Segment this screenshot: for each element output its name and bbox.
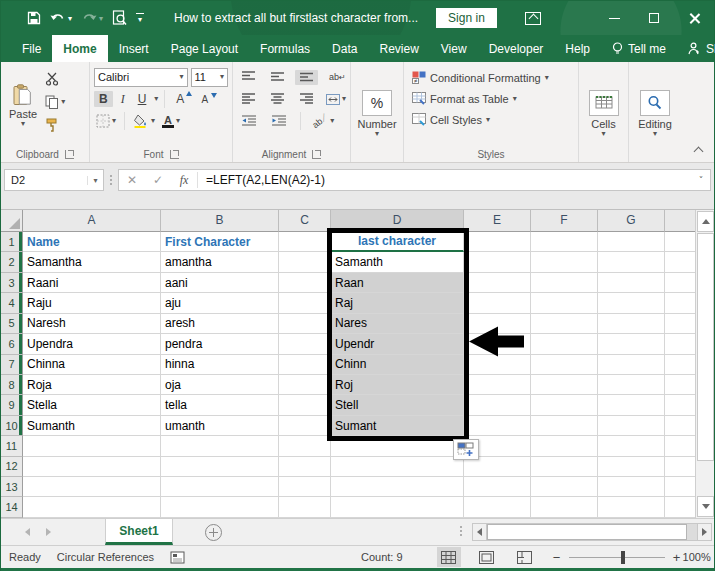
row-header-14[interactable]: 14 [1, 497, 23, 517]
zoom-percentage[interactable]: 100% [683, 551, 715, 563]
cell-partial-7[interactable] [665, 355, 697, 375]
cell-B4[interactable]: aju [161, 293, 279, 313]
tab-help[interactable]: Help [554, 35, 601, 62]
underline-button[interactable]: U [133, 91, 152, 107]
wrap-text-button[interactable]: ab↵ [324, 71, 351, 83]
cell-F4[interactable] [531, 293, 598, 313]
row-header-4[interactable]: 4 [1, 293, 23, 313]
cell-F1[interactable] [531, 232, 598, 252]
cell-A1[interactable]: Name [23, 232, 161, 252]
minimize-button[interactable] [594, 1, 634, 35]
cell-A5[interactable]: Naresh [23, 314, 161, 334]
cell-partial-5[interactable] [665, 314, 697, 334]
tab-page-layout[interactable]: Page Layout [160, 35, 249, 62]
cell-C4[interactable] [279, 293, 331, 313]
scroll-down-button[interactable] [697, 496, 714, 517]
cell-F14[interactable] [531, 497, 598, 517]
column-header-e[interactable]: E [464, 210, 531, 232]
italic-button[interactable]: I [116, 91, 130, 108]
paste-dropdown-caret[interactable]: ▾ [21, 120, 25, 128]
cell-D8[interactable]: Roj [331, 375, 464, 395]
name-box[interactable]: D2 ▾ [4, 169, 104, 191]
format-as-table-caret[interactable]: ▾ [513, 95, 517, 103]
tab-review[interactable]: Review [368, 35, 429, 62]
cell-E14[interactable] [464, 497, 531, 517]
zoom-out-button[interactable]: − [551, 550, 563, 565]
cell-D4[interactable]: Raj [331, 293, 464, 313]
cell-D9[interactable]: Stell [331, 395, 464, 415]
expand-formula-bar-caret[interactable]: ˅ [692, 175, 710, 185]
save-icon[interactable] [27, 11, 41, 25]
cell-B11[interactable] [161, 436, 279, 456]
cell-C12[interactable] [279, 457, 331, 477]
tab-insert[interactable]: Insert [108, 35, 160, 62]
increase-indent-button[interactable] [267, 114, 291, 129]
tab-developer[interactable]: Developer [478, 35, 555, 62]
row-header-6[interactable]: 6 [1, 334, 23, 354]
cell-C8[interactable] [279, 375, 331, 395]
cell-B1[interactable]: First Character [161, 232, 279, 252]
increase-font-button[interactable]: A [171, 91, 189, 107]
cell-G3[interactable] [598, 273, 665, 293]
zoom-slider-track[interactable] [569, 557, 665, 558]
cell-D14[interactable] [331, 497, 464, 517]
editing-dropdown-caret[interactable]: ▾ [653, 130, 657, 138]
cell-A3[interactable]: Raani [23, 273, 161, 293]
cell-C13[interactable] [279, 477, 331, 497]
scroll-up-button[interactable] [697, 211, 714, 232]
cell-D7[interactable]: Chinn [331, 355, 464, 375]
cut-button[interactable] [43, 69, 67, 89]
cell-partial-4[interactable] [665, 293, 697, 313]
close-button[interactable] [674, 1, 714, 35]
font-color-button[interactable]: A ▾ [160, 111, 182, 131]
cell-F2[interactable] [531, 252, 598, 272]
font-color-dropdown-caret[interactable]: ▾ [176, 117, 180, 125]
formula-input-bar[interactable]: ✕ ✓ fx =LEFT(A2,LEN(A2)-1) ˅ [118, 169, 711, 191]
center-button[interactable] [266, 92, 289, 107]
scroll-right-button[interactable] [697, 523, 712, 541]
cell-D12[interactable] [331, 457, 464, 477]
cell-C7[interactable] [279, 355, 331, 375]
cell-C3[interactable] [279, 273, 331, 293]
align-right-button[interactable] [295, 92, 318, 107]
cell-G10[interactable] [598, 416, 665, 436]
undo-button[interactable]: ▾ [50, 12, 72, 25]
cell-G13[interactable] [598, 477, 665, 497]
cell-F12[interactable] [531, 457, 598, 477]
cell-D3[interactable]: Raan [331, 273, 464, 293]
borders-button[interactable]: ▾ [94, 111, 118, 131]
number-dropdown-caret[interactable]: ▾ [375, 130, 379, 138]
cell-G7[interactable] [598, 355, 665, 375]
cell-E6[interactable] [464, 334, 531, 354]
cell-E7[interactable] [464, 355, 531, 375]
cell-G9[interactable] [598, 395, 665, 415]
cancel-formula-icon[interactable]: ✕ [119, 173, 145, 187]
cell-A11[interactable] [23, 436, 161, 456]
autofill-options-button[interactable] [453, 439, 479, 460]
cell-G1[interactable] [598, 232, 665, 252]
sign-in-button[interactable]: Sign in [436, 8, 497, 28]
top-align-button[interactable] [237, 70, 260, 85]
cell-styles-button[interactable]: Cell Styles ▾ [410, 109, 572, 130]
alignment-dialog-launcher[interactable] [312, 150, 321, 159]
next-sheet-button[interactable] [46, 528, 51, 536]
bold-button[interactable]: B [94, 91, 113, 107]
cell-G5[interactable] [598, 314, 665, 334]
middle-align-button[interactable] [266, 70, 289, 85]
page-break-view-button[interactable] [513, 547, 537, 567]
cell-E10[interactable] [464, 416, 531, 436]
cell-G11[interactable] [598, 436, 665, 456]
cell-styles-caret[interactable]: ▾ [486, 116, 490, 124]
cell-G4[interactable] [598, 293, 665, 313]
cell-G6[interactable] [598, 334, 665, 354]
cell-partial-2[interactable] [665, 252, 697, 272]
cell-C10[interactable] [279, 416, 331, 436]
cell-D11[interactable] [331, 436, 464, 456]
cell-C9[interactable] [279, 395, 331, 415]
font-name-combo[interactable]: Calibri▾ [94, 68, 188, 87]
underline-dropdown-caret[interactable]: ▾ [154, 95, 158, 103]
row-header-12[interactable]: 12 [1, 457, 23, 477]
tab-file[interactable]: File [11, 35, 52, 62]
horizontal-scroll-thumb[interactable] [487, 524, 687, 540]
cell-G12[interactable] [598, 457, 665, 477]
